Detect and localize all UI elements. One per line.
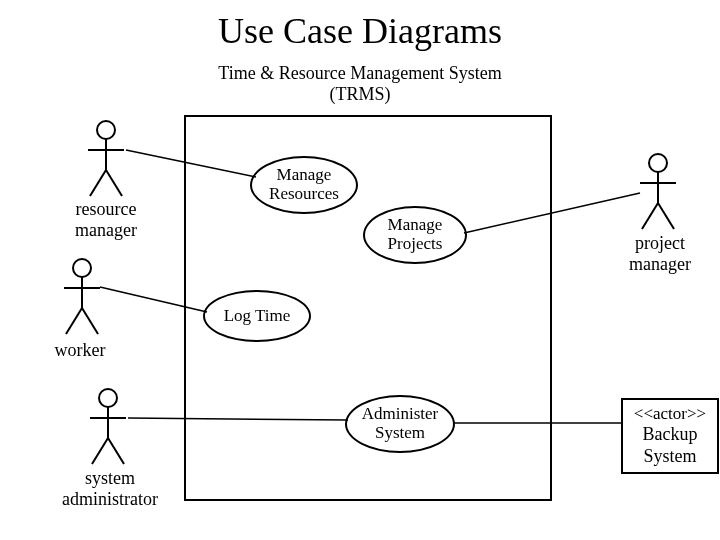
actor-label: BackupSystem <box>629 424 711 467</box>
svg-line-3 <box>90 170 106 196</box>
actor-system-administrator-icon <box>88 388 128 466</box>
usecase-administer-system: AdministerSystem <box>345 395 455 453</box>
svg-line-18 <box>642 203 658 229</box>
usecase-label: AdministerSystem <box>362 405 439 442</box>
diagram-subtitle: Time & Resource Management System (TRMS) <box>0 63 720 104</box>
usecase-label: ManageResources <box>269 166 339 203</box>
actor-project-manager-icon <box>638 153 678 231</box>
svg-line-19 <box>658 203 674 229</box>
svg-point-0 <box>97 121 115 139</box>
usecase-log-time: Log Time <box>203 290 311 342</box>
svg-point-5 <box>73 259 91 277</box>
actor-resource-manager-icon <box>86 120 126 198</box>
actor-project-manager-label: projectmanager <box>625 233 695 274</box>
actor-worker-icon <box>62 258 102 336</box>
svg-line-14 <box>108 438 124 464</box>
svg-line-13 <box>92 438 108 464</box>
usecase-label: Log Time <box>224 307 291 326</box>
usecase-label: ManageProjects <box>388 216 443 253</box>
actor-backup-system: <<actor>> BackupSystem <box>621 398 719 474</box>
page-title: Use Case Diagrams <box>0 10 720 52</box>
svg-line-4 <box>106 170 122 196</box>
actor-resource-manager-label: resourcemanager <box>66 199 146 240</box>
usecase-manage-projects: ManageProjects <box>363 206 467 264</box>
subtitle-line1: Time & Resource Management System <box>218 63 501 83</box>
actor-worker-label: worker <box>50 340 110 361</box>
subtitle-line2: (TRMS) <box>329 84 390 104</box>
svg-line-8 <box>66 308 82 334</box>
actor-stereotype: <<actor>> <box>629 404 711 424</box>
actor-system-administrator-label: systemadministrator <box>55 468 165 509</box>
svg-point-15 <box>649 154 667 172</box>
svg-point-10 <box>99 389 117 407</box>
usecase-manage-resources: ManageResources <box>250 156 358 214</box>
svg-line-9 <box>82 308 98 334</box>
